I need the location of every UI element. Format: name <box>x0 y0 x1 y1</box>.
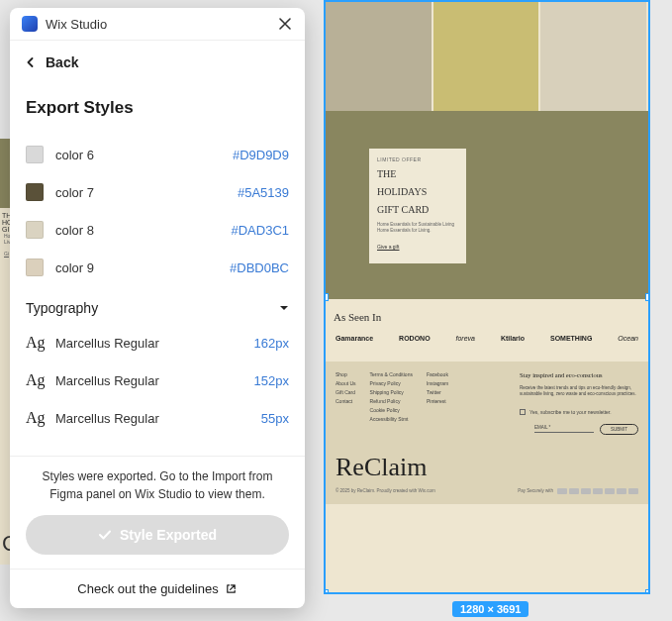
external-link-icon <box>225 582 238 595</box>
color-swatch <box>26 183 44 201</box>
footer-newsletter: Stay inspired and eco-conscious Receive … <box>520 371 638 435</box>
color-hex: #DAD3C1 <box>231 223 289 238</box>
resize-handle[interactable] <box>324 589 329 594</box>
promo-title-line: HOLIDAYS <box>377 186 458 198</box>
footer-link: Terms & Conditions <box>370 371 413 377</box>
newsletter-para: Receive the latest trends and tips on ec… <box>520 385 638 398</box>
font-sample: Ag <box>26 334 55 352</box>
dimensions-badge: 1280 × 3691 <box>452 601 528 617</box>
resize-handle[interactable] <box>324 293 329 301</box>
footer-link: Gift Card <box>336 389 356 395</box>
typography-label: Typography <box>26 300 98 316</box>
export-styles-panel: Wix Studio Back Export Styles color 6 #D… <box>10 8 305 608</box>
footer-link: Instagram <box>427 380 448 386</box>
brands-section: As Seen In Gamarance RODONO foreva Ktila… <box>326 299 648 362</box>
resize-handle[interactable] <box>645 589 650 594</box>
color-name: color 6 <box>55 148 233 162</box>
font-sample: Ag <box>26 371 55 389</box>
close-button[interactable] <box>277 16 293 32</box>
footer-link: About Us <box>336 380 356 386</box>
footer-link: Accessibility Stmt <box>370 416 413 422</box>
promo-card: LIMITED OFFER THE HOLIDAYS GIFT CARD Hom… <box>369 149 466 263</box>
color-hex: #5A5139 <box>238 185 289 200</box>
checkbox-icon <box>520 409 526 415</box>
guidelines-label: Check out the guidelines <box>77 581 218 596</box>
footer-link: Privacy Policy <box>370 380 413 386</box>
style-exported-button[interactable]: Style Exported <box>26 515 289 555</box>
newsletter-heading: Stay inspired and eco-conscious <box>520 371 638 378</box>
footer-link: Twitter <box>427 389 448 395</box>
footer-link: Refund Policy <box>370 398 413 404</box>
selected-frame[interactable]: LIMITED OFFER THE HOLIDAYS GIFT CARD Hom… <box>324 0 650 594</box>
brand-logo: foreva <box>456 335 475 342</box>
font-size: 55px <box>261 411 289 426</box>
color-swatch <box>26 146 44 163</box>
color-hex: #DBD0BC <box>230 260 289 275</box>
panel-body: Export Styles color 6 #D9D9D9 color 7 #5… <box>10 84 305 456</box>
footer-logo: ReClaim <box>336 453 638 482</box>
font-name: Marcellus Regular <box>55 373 254 388</box>
resize-handle[interactable] <box>645 293 650 301</box>
brand-logo: Ktilario <box>501 335 525 342</box>
footer-link: Shop <box>336 371 356 377</box>
footer-link: Contact <box>336 398 356 404</box>
color-swatch <box>26 259 44 276</box>
promo-title-line: GIFT CARD <box>377 204 458 216</box>
typography-style-row[interactable]: Ag Marcellus Regular 55px <box>26 399 289 437</box>
font-size: 162px <box>254 336 289 351</box>
color-swatch <box>26 221 44 239</box>
promo-link: Give a gift <box>377 244 400 250</box>
color-name: color 7 <box>55 185 238 200</box>
color-hex: #D9D9D9 <box>233 148 289 162</box>
footer-col: Facebook Instagram Twitter Pinterest <box>427 371 448 435</box>
font-sample: Ag <box>26 409 55 427</box>
submit-button: SUBMIT <box>600 424 638 435</box>
footer-col: Shop About Us Gift Card Contact <box>336 371 356 435</box>
color-style-row[interactable]: color 9 #DBD0BC <box>26 249 289 286</box>
copyright-text: © 2025 by ReClaim. Proudly created with … <box>336 488 435 493</box>
typography-style-row[interactable]: Ag Marcellus Regular 162px <box>26 324 289 362</box>
footer-link: Shipping Policy <box>370 389 413 395</box>
footer-col: Terms & Conditions Privacy Policy Shippi… <box>370 371 413 435</box>
back-button[interactable]: Back <box>10 41 305 84</box>
chevron-left-icon <box>26 57 36 67</box>
checkbox-label: Yes, subscribe me to your newsletter. <box>529 409 612 415</box>
footer-link: Pinterest <box>427 398 448 404</box>
back-label: Back <box>46 54 78 70</box>
brand-logo: RODONO <box>399 335 431 342</box>
brands-heading: As Seen In <box>334 311 640 323</box>
app-name: Wix Studio <box>46 17 277 32</box>
font-name: Marcellus Regular <box>55 336 254 351</box>
font-size: 152px <box>254 373 289 388</box>
brand-logo: Ocean <box>618 335 638 342</box>
app-icon <box>22 16 38 32</box>
color-style-row[interactable]: color 8 #DAD3C1 <box>26 211 289 249</box>
brand-logo: Gamarance <box>336 335 373 342</box>
brand-logo: SOMETHING <box>550 335 592 342</box>
promo-title-line: THE <box>377 168 458 180</box>
footer-section: Shop About Us Gift Card Contact Terms & … <box>326 362 648 504</box>
chevron-down-icon <box>279 303 289 313</box>
exported-button-label: Style Exported <box>120 527 217 543</box>
export-message: Styles were exported. Go to the Import f… <box>26 468 289 503</box>
typography-style-row[interactable]: Ag Marcellus Regular 152px <box>26 362 289 399</box>
footer-link: Cookie Policy <box>370 407 413 413</box>
color-style-row[interactable]: color 7 #5A5139 <box>26 173 289 211</box>
hero-image-grid <box>326 2 648 111</box>
hero-section: LIMITED OFFER THE HOLIDAYS GIFT CARD Hom… <box>326 111 648 299</box>
promo-eyebrow: LIMITED OFFER <box>377 156 458 162</box>
email-field: EMAIL * <box>534 425 594 433</box>
color-name: color 8 <box>55 223 231 238</box>
panel-header: Wix Studio <box>10 8 305 41</box>
panel-footer: Styles were exported. Go to the Import f… <box>10 456 305 569</box>
pay-label: Pay Securely with <box>518 488 553 493</box>
guidelines-link[interactable]: Check out the guidelines <box>10 569 305 608</box>
footer-link: Facebook <box>427 371 448 377</box>
check-icon <box>98 528 112 542</box>
close-icon <box>278 17 292 31</box>
color-name: color 9 <box>55 260 230 275</box>
promo-subtitle: Home Essentials for Sustainable Living H… <box>377 222 458 234</box>
panel-title: Export Styles <box>26 98 289 118</box>
color-style-row[interactable]: color 6 #D9D9D9 <box>26 136 289 173</box>
typography-section-toggle[interactable]: Typography <box>26 286 289 324</box>
